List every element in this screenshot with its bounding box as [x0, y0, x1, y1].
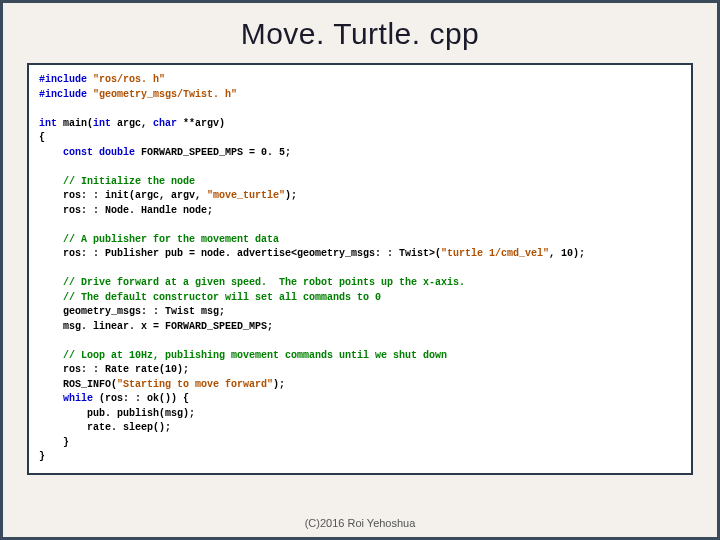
code-keyword: double [99, 147, 135, 158]
code-text [39, 277, 63, 288]
code-string: "turtle 1/cmd_vel" [441, 248, 549, 259]
slide-title: Move. Turtle. cpp [3, 3, 717, 63]
code-comment: // A publisher for the movement data [63, 234, 279, 245]
code-block: #include "ros/ros. h" #include "geometry… [27, 63, 693, 475]
footer-copyright: (C)2016 Roi Yehoshua [3, 517, 717, 529]
code-keyword: int [93, 118, 111, 129]
code-text: FORWARD_SPEED_MPS = 0. 5; [135, 147, 291, 158]
code-keyword: const [63, 147, 93, 158]
code-text [39, 350, 63, 361]
code-text: ros: : Publisher pub = node. advertise<g… [39, 248, 441, 259]
code-text: } [39, 451, 45, 462]
code-text: ros: : init(argc, argv, [39, 190, 207, 201]
code-comment: // Loop at 10Hz, publishing movement com… [63, 350, 447, 361]
code-text: (ros: : ok()) { [93, 393, 189, 404]
code-keyword: while [63, 393, 93, 404]
code-text: **argv) [177, 118, 225, 129]
code-keyword: int [39, 118, 57, 129]
code-comment: // The default constructor will set all … [63, 292, 381, 303]
code-string: "geometry_msgs/Twist. h" [93, 89, 237, 100]
code-text: } [39, 437, 69, 448]
code-comment: // Drive forward at a given speed. The r… [63, 277, 465, 288]
code-text: ros: : Rate rate(10); [39, 364, 189, 375]
code-text: pub. publish(msg); [39, 408, 195, 419]
code-text [39, 292, 63, 303]
code-comment: // Initialize the node [63, 176, 195, 187]
code-text: ros: : Node. Handle node; [39, 205, 213, 216]
code-text: ); [285, 190, 297, 201]
code-text: { [39, 132, 45, 143]
code-text: msg. linear. x = FORWARD_SPEED_MPS; [39, 321, 273, 332]
code-text: main( [57, 118, 93, 129]
code-string: "Starting to move forward" [117, 379, 273, 390]
code-keyword: #include [39, 74, 87, 85]
code-text [39, 176, 63, 187]
code-text: geometry_msgs: : Twist msg; [39, 306, 225, 317]
code-text [39, 147, 63, 158]
code-string: "ros/ros. h" [93, 74, 165, 85]
code-text: argc, [111, 118, 153, 129]
code-text [39, 234, 63, 245]
code-text: ); [273, 379, 285, 390]
code-text: rate. sleep(); [39, 422, 171, 433]
code-keyword: char [153, 118, 177, 129]
code-keyword: #include [39, 89, 87, 100]
code-text [39, 393, 63, 404]
code-string: "move_turtle" [207, 190, 285, 201]
code-text: ROS_INFO( [39, 379, 117, 390]
code-text: , 10); [549, 248, 585, 259]
